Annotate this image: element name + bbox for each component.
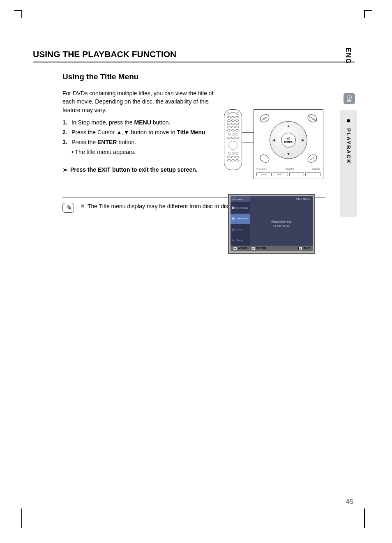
- tv-screen-illustration: TITLE MENU Information 💿Disc Menu 💿Title…: [228, 194, 315, 254]
- page-heading: USING THE PLAYBACK FUNCTION: [33, 49, 355, 62]
- bullet-icon: [81, 205, 84, 207]
- note-text: The Title menu display may be different …: [81, 203, 233, 209]
- gear-icon: ⚙: [232, 239, 235, 242]
- dpad-detail-illustration: MENU RETURN EXIT ▲▼◀▶ ⏎ ENTER V 3D PLS I…: [254, 109, 323, 179]
- section-heading: Using the Title Menu: [62, 72, 293, 84]
- page-number: 45: [346, 498, 353, 506]
- corner-button-icon: [258, 153, 271, 164]
- exit-button-icon: EXIT: [306, 153, 318, 164]
- tv-main-line1: Press Enter key: [271, 220, 291, 223]
- remote-control-illustration: [224, 109, 242, 170]
- enter-button-icon: ⏎ ENTER: [281, 133, 296, 147]
- language-tab: ENG: [344, 48, 352, 64]
- enter-icon: ⏎: [251, 247, 255, 250]
- tv-title-label: TITLE MENU: [295, 198, 310, 200]
- intro-paragraph: For DVDs containing multiple titles, you…: [62, 89, 214, 114]
- menu-button-icon: MENU: [258, 113, 271, 124]
- speaker-icon: 🔊: [232, 228, 235, 231]
- exit-icon: ⊟: [298, 247, 302, 250]
- disc-icon: 💿: [232, 206, 235, 209]
- note-pencil-icon: ✎: [62, 203, 74, 213]
- pointer-icon: ➣: [62, 166, 68, 174]
- disc-icon: 💿: [232, 217, 235, 220]
- dvd-badge-icon: DVD: [344, 93, 355, 104]
- section-tab: PLAYBACK: [340, 110, 357, 217]
- move-icon: ✥: [233, 247, 237, 250]
- return-button-icon: RETURN: [306, 113, 318, 124]
- callout-lines: [242, 132, 254, 149]
- tv-main-line2: for Title Menu: [273, 225, 290, 228]
